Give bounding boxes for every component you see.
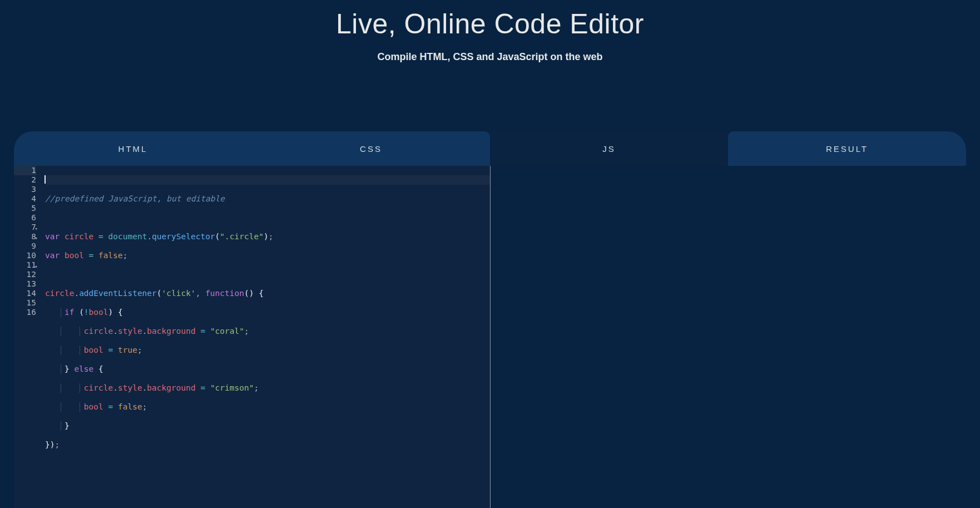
result-pane [491,166,967,508]
line-number: 14 [27,289,36,298]
code-editor[interactable]: 1 2 3 4 5 6 7▾ 8▾ 9 10 11▾ 12 13 14 [14,166,490,508]
tab-css[interactable]: CSS [252,131,490,166]
page-title: Live, Online Code Editor [0,8,980,40]
code-pane: 1 2 3 4 5 6 7▾ 8▾ 9 10 11▾ 12 13 14 [14,166,490,508]
tab-result[interactable]: RESULT [728,131,966,166]
tab-html[interactable]: HTML [14,131,252,166]
line-number: 12 [27,270,36,279]
line-number: 15 [27,298,36,307]
line-number: 16 [27,308,36,317]
tab-bar: HTML CSS JS RESULT [14,131,966,166]
text-cursor [44,175,46,184]
tab-js[interactable]: JS [490,131,728,166]
line-number: 3 [31,185,36,194]
line-number: 5 [31,204,36,213]
line-number: 4 [31,194,36,203]
line-number: 9 [31,241,36,250]
line-number: 1 [31,166,36,175]
page-subtitle: Compile HTML, CSS and JavaScript on the … [0,51,980,63]
line-number-gutter: 1 2 3 4 5 6 7▾ 8▾ 9 10 11▾ 12 13 14 [14,166,42,508]
line-number: 13 [27,279,36,288]
line-number: 2 [31,175,36,184]
editor-panel: HTML CSS JS RESULT 1 2 3 4 5 6 7▾ 8▾ [14,131,966,508]
code-token: //predefined JavaScript, but editable [45,194,225,203]
code-text-area[interactable]: //predefined JavaScript, but editable va… [42,166,490,508]
line-number: 6 [31,213,36,222]
line-number: 10 [27,251,36,260]
